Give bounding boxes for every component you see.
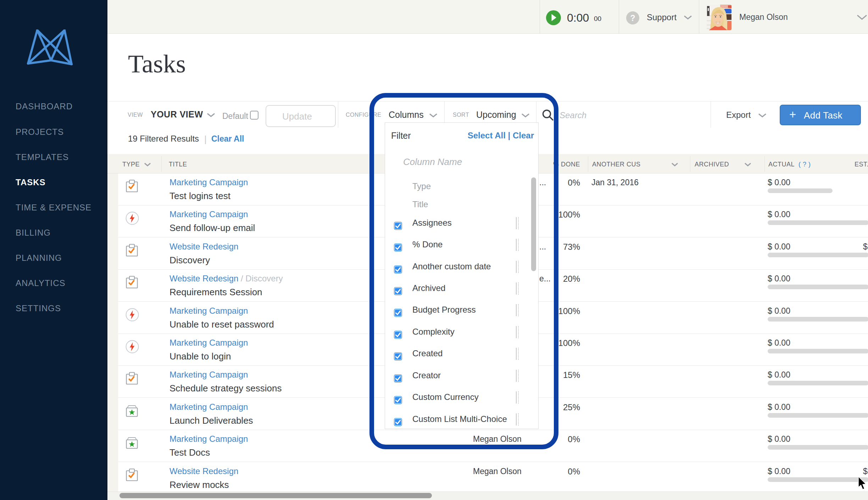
svg-text:?: ? [630, 13, 635, 23]
